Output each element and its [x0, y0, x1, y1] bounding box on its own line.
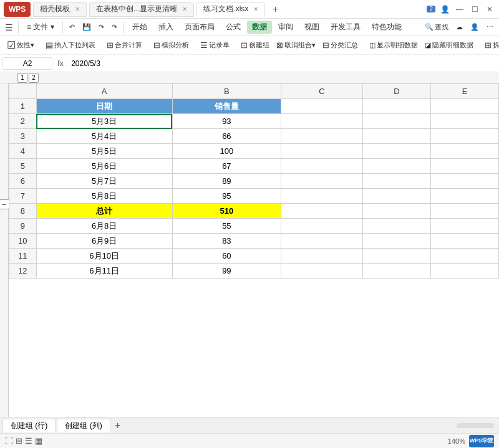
- cell-r8-c1[interactable]: 510: [172, 204, 281, 219]
- row-num-8[interactable]: 8: [9, 204, 37, 219]
- cell-r9-c0[interactable]: 6月8日: [36, 219, 172, 234]
- cell-r1-c1[interactable]: 销售量: [172, 99, 281, 114]
- wps-academy-logo[interactable]: WPS学院: [469, 435, 494, 447]
- tab-wps[interactable]: WPS: [4, 2, 31, 17]
- row-num-7[interactable]: 7: [9, 189, 37, 204]
- tab-doc1[interactable]: 稻壳模板 ✕: [33, 2, 87, 17]
- cell-r6-c1[interactable]: 89: [172, 174, 281, 189]
- cell-r2-c2[interactable]: [281, 114, 363, 129]
- cell-r9-c4[interactable]: [430, 219, 498, 234]
- cell-r6-c4[interactable]: [430, 174, 498, 189]
- cell-r8-c3[interactable]: [362, 204, 430, 219]
- table-row[interactable]: 35月4日66: [9, 129, 499, 144]
- menu-icon-undo[interactable]: ↶: [66, 22, 78, 32]
- table-row[interactable]: 25月3日93: [9, 114, 499, 129]
- cell-r8-c2[interactable]: [281, 204, 363, 219]
- new-tab-button[interactable]: +: [268, 2, 283, 17]
- row-num-4[interactable]: 4: [9, 144, 37, 159]
- cell-r7-c4[interactable]: [430, 189, 498, 204]
- row-num-2[interactable]: 2: [9, 114, 37, 129]
- table-row[interactable]: 96月8日55: [9, 219, 499, 234]
- outline-level-1[interactable]: 1: [17, 73, 27, 83]
- subtotal-button[interactable]: ⊟ 分类汇总: [319, 39, 361, 51]
- cell-r5-c0[interactable]: 5月6日: [36, 159, 172, 174]
- search-button[interactable]: 🔍 查找: [422, 21, 452, 33]
- row-num-11[interactable]: 11: [9, 249, 37, 264]
- tab-doc3[interactable]: 练习文档.xlsx ✕: [196, 2, 265, 17]
- cell-r2-c3[interactable]: [362, 114, 430, 129]
- menu-review[interactable]: 审阅: [273, 21, 298, 34]
- maximize-button[interactable]: ☐: [469, 4, 480, 15]
- app-menu-icon[interactable]: ☰: [2, 21, 15, 34]
- row-num-10[interactable]: 10: [9, 234, 37, 249]
- cell-r5-c4[interactable]: [430, 159, 498, 174]
- menu-page-layout[interactable]: 页面布局: [180, 21, 220, 34]
- expand-icon[interactable]: ⛶: [5, 436, 13, 446]
- cell-r10-c2[interactable]: [281, 234, 363, 249]
- cell-r8-c0[interactable]: 总计: [36, 204, 172, 219]
- col-header-b[interactable]: B: [172, 84, 281, 99]
- menu-devtools[interactable]: 开发工具: [326, 21, 366, 34]
- cell-r9-c1[interactable]: 55: [172, 219, 281, 234]
- table-row[interactable]: 75月8日95: [9, 189, 499, 204]
- tab-doc1-close[interactable]: ✕: [75, 6, 80, 12]
- cell-r3-c4[interactable]: [430, 129, 498, 144]
- col-header-d[interactable]: D: [362, 84, 430, 99]
- cell-r12-c2[interactable]: [281, 264, 363, 279]
- cell-r8-c4[interactable]: [430, 204, 498, 219]
- table-row[interactable]: 106月9日83: [9, 234, 499, 249]
- table-row[interactable]: 126月11日99: [9, 264, 499, 279]
- menu-start[interactable]: 开始: [127, 21, 152, 34]
- cell-r2-c1[interactable]: 93: [172, 114, 281, 129]
- menu-data[interactable]: 数据: [247, 21, 272, 34]
- cell-r7-c0[interactable]: 5月8日: [36, 189, 172, 204]
- formula-input[interactable]: [69, 58, 497, 69]
- cell-r7-c2[interactable]: [281, 189, 363, 204]
- tab-doc2[interactable]: 在表格中创...显示更清晰 ✕: [89, 2, 194, 17]
- col-header-c[interactable]: C: [281, 84, 363, 99]
- cell-r7-c1[interactable]: 95: [172, 189, 281, 204]
- cell-r9-c3[interactable]: [362, 219, 430, 234]
- avatar-button[interactable]: 👤: [439, 4, 450, 15]
- cell-r6-c2[interactable]: [281, 174, 363, 189]
- outline-collapse-button[interactable]: −: [0, 199, 9, 209]
- cell-r3-c0[interactable]: 5月4日: [36, 129, 172, 144]
- table-row[interactable]: 1日期销售量: [9, 99, 499, 114]
- create-group-button[interactable]: ⊡ 创建组: [238, 39, 273, 51]
- cell-r11-c4[interactable]: [430, 249, 498, 264]
- table-row[interactable]: 55月6日67: [9, 159, 499, 174]
- cell-r1-c0[interactable]: 日期: [36, 99, 172, 114]
- cell-r3-c2[interactable]: [281, 129, 363, 144]
- cell-r12-c1[interactable]: 99: [172, 264, 281, 279]
- sheet-tab-2[interactable]: 创建组 (列): [57, 419, 110, 432]
- menu-file[interactable]: ≡ 文件 ▾: [22, 21, 59, 34]
- ungroup-button[interactable]: ⊠ 取消组合▾: [273, 39, 319, 51]
- table-row[interactable]: 65月7日89: [9, 174, 499, 189]
- menu-icon-redo1[interactable]: ↷: [95, 22, 107, 32]
- cell-r4-c4[interactable]: [430, 144, 498, 159]
- tab-doc2-close[interactable]: ✕: [182, 6, 187, 12]
- menu-special[interactable]: 特色功能: [367, 21, 407, 34]
- col-header-e[interactable]: E: [430, 84, 498, 99]
- cell-r1-c3[interactable]: [362, 99, 430, 114]
- cell-r9-c2[interactable]: [281, 219, 363, 234]
- cell-r1-c2[interactable]: [281, 99, 363, 114]
- cell-r4-c2[interactable]: [281, 144, 363, 159]
- add-sheet-button[interactable]: +: [112, 419, 124, 432]
- menu-icon-save[interactable]: 💾: [79, 22, 94, 32]
- hide-detail-button[interactable]: ◪ 隐藏明细数据: [422, 39, 477, 51]
- row-num-9[interactable]: 9: [9, 219, 37, 234]
- lines-icon[interactable]: ☰: [25, 436, 32, 446]
- grid-icon[interactable]: ⊞: [16, 436, 22, 446]
- menu-view[interactable]: 视图: [299, 21, 324, 34]
- table-row[interactable]: 45月5日100: [9, 144, 499, 159]
- cell-r4-c0[interactable]: 5月5日: [36, 144, 172, 159]
- cell-r5-c2[interactable]: [281, 159, 363, 174]
- menu-insert[interactable]: 插入: [153, 21, 178, 34]
- cell-r10-c0[interactable]: 6月9日: [36, 234, 172, 249]
- cell-r11-c2[interactable]: [281, 249, 363, 264]
- insert-dropdown-button[interactable]: ▤ 插入下拉列表: [42, 39, 99, 51]
- options-button[interactable]: ⋯: [483, 22, 497, 32]
- table-row[interactable]: 116月10日60: [9, 249, 499, 264]
- tab-doc3-close[interactable]: ✕: [253, 6, 258, 12]
